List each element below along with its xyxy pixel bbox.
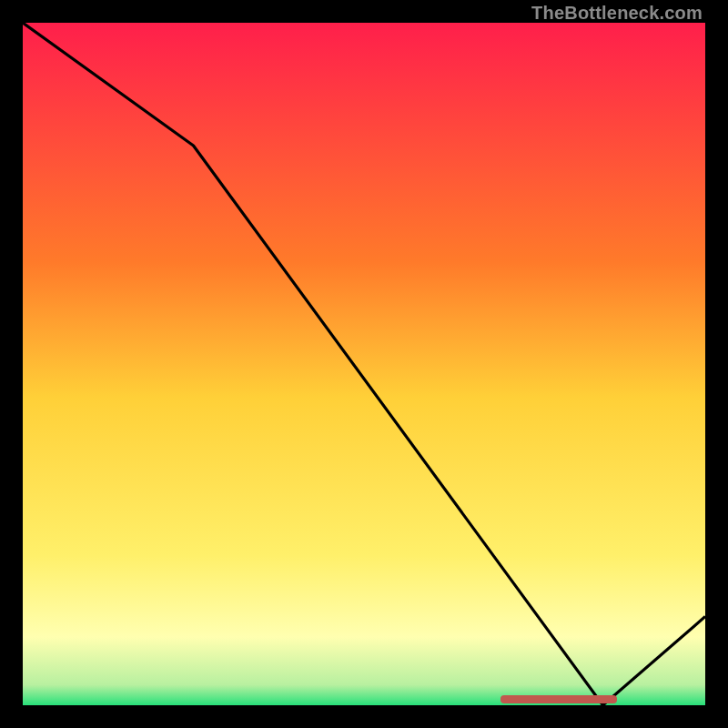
bottleneck-curve xyxy=(23,23,705,705)
plot-area xyxy=(23,23,705,705)
optimal-range-marker xyxy=(500,695,617,703)
chart-frame: TheBottleneck.com xyxy=(0,0,728,728)
watermark-text: TheBottleneck.com xyxy=(531,3,703,24)
